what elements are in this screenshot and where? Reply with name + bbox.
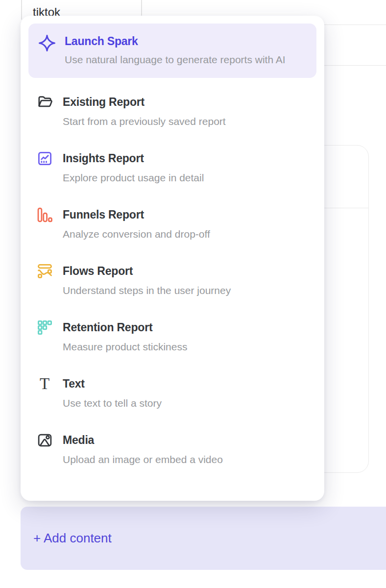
add-content-label: + Add content <box>33 531 112 546</box>
text-icon: T <box>36 375 53 392</box>
spark-icon <box>37 35 57 51</box>
menu-item-description: Upload an image or embed a video <box>63 452 223 466</box>
menu-item-description: Start from a previously saved report <box>63 114 226 128</box>
menu-item-label: Flows Report <box>63 264 231 278</box>
menu-item-media[interactable]: Media Upload an image or embed a video <box>28 433 316 466</box>
menu-item-description: Use text to tell a story <box>63 396 162 410</box>
menu-item-description: Analyze conversion and drop-off <box>63 227 210 241</box>
menu-item-label: Launch Spark <box>65 34 286 49</box>
menu-item-funnels-report[interactable]: Funnels Report Analyze conversion and dr… <box>28 207 316 241</box>
menu-item-insights-report[interactable]: Insights Report Explore product usage in… <box>28 151 316 185</box>
background-table-row-border <box>321 65 386 66</box>
menu-item-launch-spark[interactable]: Launch Spark Use natural language to gen… <box>28 24 316 78</box>
menu-item-description: Use natural language to generate reports… <box>65 51 286 68</box>
folder-icon <box>36 94 53 110</box>
menu-item-retention-report[interactable]: Retention Report Measure product stickin… <box>28 320 316 354</box>
add-content-button[interactable]: + Add content <box>21 507 386 570</box>
menu-item-text[interactable]: T Text Use text to tell a story <box>28 376 316 410</box>
menu-item-description: Measure product stickiness <box>63 340 187 354</box>
media-image-icon <box>36 432 53 448</box>
menu-item-existing-report[interactable]: Existing Report Start from a previously … <box>28 95 316 128</box>
background-table-column-border <box>21 0 22 20</box>
menu-item-description: Explore product usage in detail <box>63 171 204 185</box>
menu-item-label: Media <box>63 433 223 447</box>
menu-item-flows-report[interactable]: Flows Report Understand steps in the use… <box>28 264 316 297</box>
insights-chart-icon <box>36 150 53 167</box>
menu-item-label: Text <box>63 376 162 391</box>
background-table-row-border <box>321 24 386 25</box>
menu-item-label: Insights Report <box>63 151 204 166</box>
menu-item-description: Understand steps in the user journey <box>63 283 231 297</box>
flows-icon <box>36 263 53 279</box>
menu-item-label: Existing Report <box>63 95 226 109</box>
funnel-bars-icon <box>36 206 53 223</box>
retention-grid-icon <box>36 319 53 336</box>
menu-item-label: Retention Report <box>63 320 187 335</box>
menu-item-label: Funnels Report <box>63 207 210 222</box>
add-content-menu: Launch Spark Use natural language to gen… <box>21 16 324 501</box>
